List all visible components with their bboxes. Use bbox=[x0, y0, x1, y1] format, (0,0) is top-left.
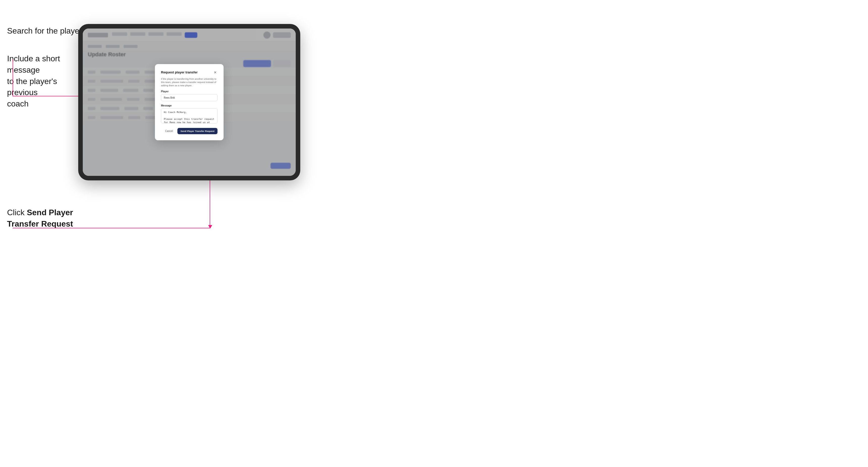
tablet-screen: Update Roster bbox=[83, 29, 296, 176]
player-input[interactable] bbox=[161, 94, 217, 101]
cancel-button[interactable]: Cancel bbox=[162, 128, 175, 134]
modal-overlay: Request player transfer ✕ If the player … bbox=[83, 29, 296, 176]
arrow-line-horizontal-2 bbox=[12, 228, 210, 228]
player-field-label: Player bbox=[161, 90, 217, 93]
arrow-line-vertical-1 bbox=[12, 59, 13, 96]
message-textarea[interactable]: Hi Coach McHarg, Please accept this tran… bbox=[161, 108, 217, 123]
annotation-message: Include a short message to the player's … bbox=[7, 53, 73, 110]
annotation-search: Search for the player. bbox=[7, 25, 84, 37]
modal-close-button[interactable]: ✕ bbox=[213, 70, 217, 75]
message-field-label: Message bbox=[161, 104, 217, 107]
tablet-device: Update Roster bbox=[78, 24, 300, 180]
request-transfer-modal: Request player transfer ✕ If the player … bbox=[155, 64, 223, 141]
annotation-click: Click Send Player Transfer Request bbox=[7, 207, 73, 229]
send-transfer-request-button[interactable]: Send Player Transfer Request bbox=[177, 128, 217, 134]
modal-header: Request player transfer ✕ bbox=[161, 70, 217, 75]
modal-title: Request player transfer bbox=[161, 70, 197, 74]
modal-description: If the player is transferring from anoth… bbox=[161, 77, 217, 87]
modal-footer: Cancel Send Player Transfer Request bbox=[161, 128, 217, 134]
